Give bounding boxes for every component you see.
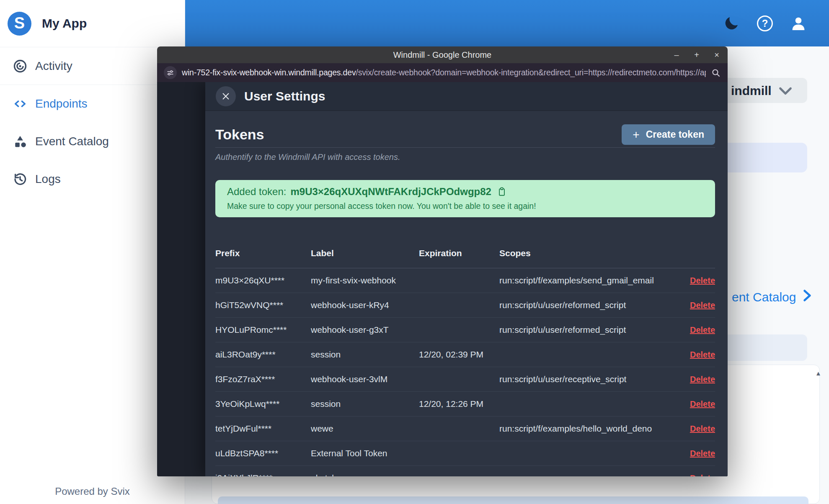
chevron-down-icon xyxy=(778,87,793,98)
event-catalog-link[interactable]: ent Catalog xyxy=(732,289,813,305)
close-drawer-button[interactable] xyxy=(216,86,236,106)
token-label: webhook-user-kRy4 xyxy=(311,300,419,310)
copy-clipboard-icon[interactable] xyxy=(497,187,506,197)
url-text[interactable]: win-752-fix-svix-webhook-win.windmill.pa… xyxy=(182,68,706,77)
create-token-label: Create token xyxy=(646,129,704,140)
dark-mode-moon-icon[interactable] xyxy=(723,15,740,32)
delete-link[interactable]: Delete xyxy=(682,276,715,285)
plus-icon: + xyxy=(633,129,639,141)
added-token-label: Added token: xyxy=(227,186,286,198)
svix-logo-icon: S xyxy=(8,12,31,36)
delete-link[interactable]: Delete xyxy=(682,375,715,384)
drawer-header: User Settings xyxy=(205,82,728,111)
window-title: Windmill - Google Chrome xyxy=(393,50,492,60)
site-settings-icon[interactable] xyxy=(164,66,177,79)
delete-link[interactable]: Delete xyxy=(682,301,715,310)
delete-link[interactable]: Delete xyxy=(682,350,715,360)
delete-link[interactable]: Delete xyxy=(682,473,715,477)
url-path: /svix/create-webhook?domain=webhook-inte… xyxy=(356,68,706,77)
token-scopes: run:script/u/user/reformed_script xyxy=(499,325,682,335)
token-scopes: run:script/u/user/reformed_script xyxy=(499,300,682,310)
column-header-prefix: Prefix xyxy=(215,248,311,258)
minimize-button[interactable]: – xyxy=(672,51,681,59)
token-prefix: tetYjDwFul**** xyxy=(215,424,311,434)
table-row: hGiT52wVNQ****webhook-user-kRy4run:scrip… xyxy=(215,293,715,318)
event-catalog-link-label: ent Catalog xyxy=(732,290,796,304)
delete-link[interactable]: Delete xyxy=(682,449,715,458)
sidebar-item-label: Event Catalog xyxy=(35,135,109,148)
powered-by-svix: Powered by Svix xyxy=(0,486,185,497)
token-label: uhstsl xyxy=(311,473,419,476)
section-subtitle: Authentify to the Windmill API with acce… xyxy=(215,152,715,162)
sidebar-item-label: Endpoints xyxy=(35,97,88,111)
chevron-right-icon xyxy=(802,289,813,305)
table-row: m9U3×26qXU****my-first-svix-webhookrun:s… xyxy=(215,268,715,293)
token-prefix: i9AiXYkJlR**** xyxy=(215,473,311,476)
section-title: Tokens xyxy=(215,126,264,143)
drawer-title: User Settings xyxy=(244,89,325,103)
table-row: i9AiXYkJlR****uhstslDelete xyxy=(215,466,715,476)
url-domain: win-752-fix-svix-webhook-win.windmill.pa… xyxy=(182,68,356,77)
address-bar[interactable]: win-752-fix-svix-webhook-win.windmill.pa… xyxy=(157,63,728,82)
token-scopes: run:script/f/examples/send_gmail_email xyxy=(499,275,682,285)
table-row: 3YeOiKpLwq****session12/20, 12:26 PMDele… xyxy=(215,392,715,417)
added-token-line: Added token: m9U3×26qXUXqNWtFAKrdjJCkPOd… xyxy=(227,185,703,198)
token-scopes: run:script/u/user/receptive_script xyxy=(499,374,682,384)
delete-link[interactable]: Delete xyxy=(682,325,715,335)
close-button[interactable]: × xyxy=(713,51,721,59)
token-copy-warning: Make sure to copy your personal access t… xyxy=(227,201,703,211)
account-person-icon[interactable] xyxy=(790,15,807,32)
token-label: wewe xyxy=(311,424,419,434)
token-prefix: hGiT52wVNQ**** xyxy=(215,300,311,310)
logo-letter: S xyxy=(14,14,25,32)
token-prefix: aiL3ROat9y**** xyxy=(215,350,311,360)
sidebar-item-label: Logs xyxy=(35,172,61,186)
chrome-window: Windmill - Google Chrome – + × win-752-f… xyxy=(157,46,728,476)
maximize-button[interactable]: + xyxy=(692,51,701,59)
token-label: webhook-user-3vlM xyxy=(311,374,419,384)
column-header-label: Label xyxy=(311,248,419,258)
token-prefix: m9U3×26qXU**** xyxy=(215,275,311,285)
token-prefix: 3YeOiKpLwq**** xyxy=(215,399,311,409)
shapes-icon xyxy=(13,134,30,149)
portal-top-bar: ? xyxy=(185,0,829,46)
app-header: S My App xyxy=(0,0,185,47)
delete-link[interactable]: Delete xyxy=(682,424,715,434)
token-expiration: 12/20, 12:26 PM xyxy=(419,399,499,409)
token-label: session xyxy=(311,350,419,360)
app-name: My App xyxy=(42,16,87,31)
table-row: f3FzoZ7raX****webhook-user-3vlMrun:scrip… xyxy=(215,367,715,392)
token-scopes: run:script/f/examples/hello_world_deno xyxy=(499,424,682,434)
table-row: tetYjDwFul****wewerun:script/f/examples/… xyxy=(215,417,715,441)
token-label: External Tool Token xyxy=(311,448,419,458)
window-titlebar[interactable]: Windmill - Google Chrome – + × xyxy=(157,46,728,63)
table-row: uLdBztSPA8****External Tool TokenDelete xyxy=(215,441,715,466)
browser-page: User Settings Tokens + Create token Auth… xyxy=(157,82,728,476)
help-icon[interactable]: ? xyxy=(757,15,773,31)
search-icon[interactable] xyxy=(711,68,721,78)
tokens-table: Prefix Label Expiration Scopes m9U3×26qX… xyxy=(215,238,715,476)
token-value: m9U3×26qXUXqNWtFAKrdjJCkPOdwgp82 xyxy=(290,186,491,198)
token-label: webhook-user-g3xT xyxy=(311,325,419,335)
code-brackets-icon xyxy=(13,96,30,111)
history-icon xyxy=(13,172,30,187)
workspace-name-fragment: indmill xyxy=(731,84,772,98)
window-controls: – + × xyxy=(672,46,721,63)
token-expiration: 12/20, 02:39 PM xyxy=(419,350,499,360)
table-row: aiL3ROat9y****session12/20, 02:39 PMDele… xyxy=(215,342,715,367)
delete-link[interactable]: Delete xyxy=(682,399,715,409)
sidebar-item-label: Activity xyxy=(35,59,72,73)
drawer-body: Tokens + Create token Authentify to the … xyxy=(205,124,728,476)
token-label: session xyxy=(311,399,419,409)
token-prefix: uLdBztSPA8**** xyxy=(215,448,311,458)
tokens-table-body: m9U3×26qXU****my-first-svix-webhookrun:s… xyxy=(215,268,715,476)
column-header-scopes: Scopes xyxy=(499,248,682,258)
background-strip xyxy=(218,496,808,504)
tokens-table-header: Prefix Label Expiration Scopes xyxy=(215,238,715,268)
create-token-button[interactable]: + Create token xyxy=(622,124,715,145)
token-label: my-first-svix-webhook xyxy=(311,275,419,285)
table-row: HYOLuPRomc****webhook-user-g3xTrun:scrip… xyxy=(215,318,715,342)
tokens-section-header: Tokens + Create token xyxy=(215,124,715,148)
scroll-up-arrow[interactable]: ▲ xyxy=(815,370,821,377)
token-prefix: HYOLuPRomc**** xyxy=(215,325,311,335)
